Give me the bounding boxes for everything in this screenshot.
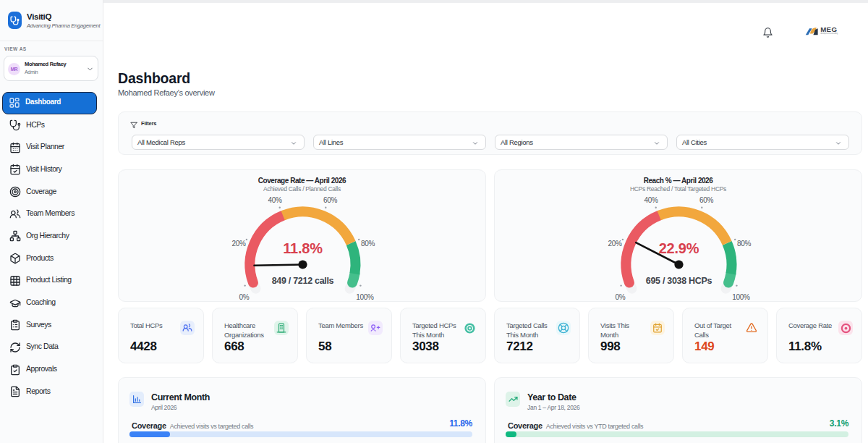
svg-text:20%: 20% (231, 240, 246, 248)
svg-text:22.9%: 22.9% (659, 240, 699, 256)
svg-text:849 / 7212 calls: 849 / 7212 calls (272, 276, 334, 286)
svg-text:100%: 100% (356, 293, 374, 301)
svg-text:40%: 40% (644, 196, 658, 204)
svg-text:development & consulting: development & consulting (820, 32, 838, 35)
svg-text:60%: 60% (699, 196, 714, 204)
svg-text:0%: 0% (616, 293, 626, 301)
svg-text:80%: 80% (361, 240, 375, 248)
svg-text:100%: 100% (732, 293, 750, 301)
svg-text:11.8%: 11.8% (283, 240, 323, 256)
svg-text:40%: 40% (268, 196, 282, 204)
svg-text:60%: 60% (323, 196, 338, 204)
svg-text:695 / 3038 HCPs: 695 / 3038 HCPs (646, 276, 712, 286)
svg-text:80%: 80% (737, 240, 752, 248)
svg-text:20%: 20% (608, 240, 622, 248)
svg-text:0%: 0% (239, 293, 250, 301)
